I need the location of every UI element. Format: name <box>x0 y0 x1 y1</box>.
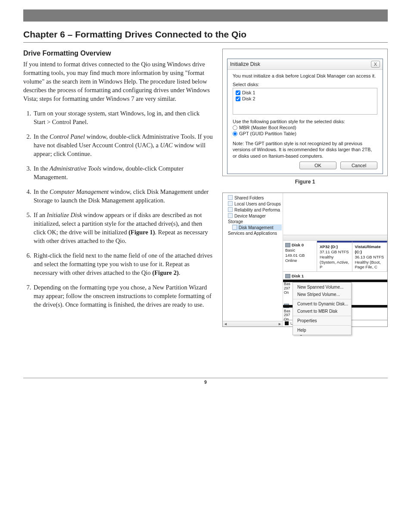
legend-unallocated-icon <box>285 321 289 325</box>
gpt-radio[interactable]: GPT (GUID Partition Table) <box>233 131 377 136</box>
figure-1-frame: Initialize Disk X You must initialize a … <box>222 49 388 176</box>
close-button[interactable]: X <box>371 61 380 68</box>
disk-1-header[interactable]: Disk 1 <box>285 274 314 279</box>
computer-management-window: Shared Folders Local Users and Groups Re… <box>223 193 387 327</box>
step-3: In the Administrative Tools window, doub… <box>33 164 213 181</box>
step-2: In the Control Panel window, double-clic… <box>33 132 213 158</box>
initialize-disk-dialog: Initialize Disk X You must initialize a … <box>227 59 383 174</box>
figure-2-frame: Shared Folders Local Users and Groups Re… <box>222 193 388 327</box>
step-4: In the Computer Management window, click… <box>33 187 213 205</box>
tree-device-manager[interactable]: Device Manager <box>228 213 282 219</box>
divider <box>23 42 388 43</box>
menu-convert-dynamic[interactable]: Convert to Dynamic Disk... <box>293 300 351 308</box>
figure-1-caption: Figure 1 <box>222 179 388 185</box>
cancel-button[interactable]: Cancel <box>340 162 377 169</box>
disk-1-row: Disk 1 Bas 297 On Bas 297 <box>283 272 387 320</box>
step-7: Depending on the formatting type you cho… <box>33 283 213 309</box>
disk-1-checkbox[interactable]: Disk 1 <box>236 90 374 95</box>
menu-properties[interactable]: Properties <box>293 317 351 324</box>
menu-new-striped[interactable]: New Striped Volume... <box>293 291 351 298</box>
menu-new-spanned[interactable]: New Spanned Volume... <box>293 283 351 291</box>
tree-services[interactable]: Services and Applications <box>228 230 282 236</box>
disk-0-header[interactable]: Disk 0 Basic 149.01 GB Online <box>283 241 317 271</box>
ok-button[interactable]: OK <box>299 162 336 169</box>
tree-shared-folders[interactable]: Shared Folders <box>228 195 282 201</box>
tree-storage[interactable]: Storage <box>228 219 282 224</box>
content-column: Drive Formatting Overview If you intend … <box>23 49 213 343</box>
mbr-radio[interactable]: MBR (Master Boot Record) <box>233 125 377 130</box>
intro-paragraph: If you intend to format drives connected… <box>23 60 213 103</box>
section-title: Drive Formatting Overview <box>23 49 213 58</box>
tree-reliability[interactable]: Reliability and Performa <box>228 207 282 213</box>
context-menu: New Spanned Volume... New Striped Volume… <box>293 282 352 335</box>
navigation-tree[interactable]: Shared Folders Local Users and Groups Re… <box>223 193 283 327</box>
disk-list: Disk 1 Disk 2 <box>233 88 377 115</box>
partition-style-label: Use the following partition style for th… <box>233 119 377 124</box>
step-1: Turn on your storage system, start Windo… <box>33 109 213 126</box>
page-number: 9 <box>23 378 388 385</box>
menu-help[interactable]: Help <box>293 327 351 334</box>
dialog-message: You must initialize a disk before Logica… <box>233 73 377 78</box>
gpt-note: Note: The GPT partition style is not rec… <box>233 140 377 159</box>
tree-disk-management[interactable]: Disk Management <box>232 224 282 230</box>
tree-scrollbar[interactable]: ◄► <box>223 321 283 327</box>
select-disks-label: Select disks: <box>233 82 377 87</box>
chapter-title: Chapter 6 – Formatting Drives Connected … <box>23 29 388 40</box>
header-bar <box>23 9 388 22</box>
tree-local-users[interactable]: Local Users and Groups <box>228 201 282 207</box>
step-6: Right-click the field next to the name f… <box>33 251 213 277</box>
disk-0-row: Disk 0 Basic 149.01 GB Online XP32 (D:) … <box>283 241 387 272</box>
steps-list: Turn on your storage system, start Windo… <box>23 109 213 309</box>
step-5: If an Initialize Disk window appears or … <box>33 211 213 245</box>
figures-column: Initialize Disk X You must initialize a … <box>222 49 388 343</box>
volume-list-area <box>283 193 387 241</box>
menu-convert-mbr[interactable]: Convert to MBR Disk <box>293 308 351 315</box>
partition-xp32[interactable]: XP32 (D:) 37.11 GB NTFS Healthy (System,… <box>317 241 352 271</box>
disk-2-checkbox[interactable]: Disk 2 <box>236 96 374 101</box>
partition-vista[interactable]: VistaUltimate (C:) 36.13 GB NTFS Healthy… <box>352 241 388 271</box>
dialog-title: Initialize Disk <box>230 61 260 67</box>
h-scrollbar[interactable] <box>283 235 387 240</box>
